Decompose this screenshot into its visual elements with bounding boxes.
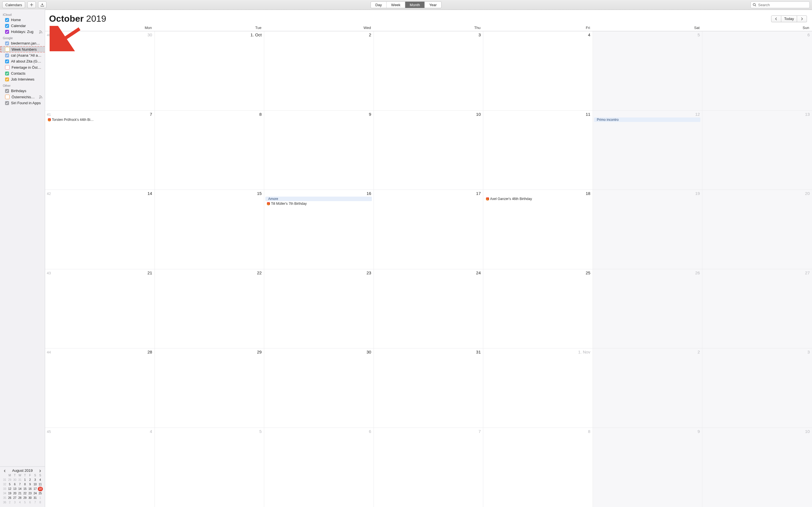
view-tab-year[interactable]: Year [424,2,441,8]
sidebar-calendar-item[interactable]: Contacts [0,70,45,76]
day-cell[interactable]: 1. Oct [155,31,264,110]
day-cell[interactable]: 20 [702,190,812,269]
mini-day[interactable]: 29 [22,496,28,500]
day-cell[interactable]: 18🎁Axel Ganzer's 46th Birthday [483,190,593,269]
mini-day[interactable]: 25 [38,491,43,496]
day-cell[interactable]: 445 [45,428,155,507]
mini-day[interactable]: 31 [33,496,38,500]
calendar-checkbox[interactable] [5,18,9,22]
calendar-checkbox[interactable] [5,47,10,52]
sidebar-calendar-item[interactable]: Week Numbers [0,46,45,52]
calendars-button[interactable]: Calendars [2,1,25,8]
mini-day[interactable]: 26 [7,496,12,500]
mini-day[interactable]: 16 [28,487,33,491]
sidebar-calendar-item[interactable]: Holidays: Zug [0,29,45,35]
mini-day[interactable]: 8 [22,482,28,487]
mini-day[interactable]: 8 [38,500,43,505]
mini-day[interactable]: 3 [33,478,38,482]
day-cell[interactable]: 5 [155,428,264,507]
mini-day[interactable]: 31 [17,478,22,482]
birthday-event[interactable]: 🎁Torsten Pröfrock's 44th Bi… [46,117,153,122]
next-month-button[interactable] [797,15,807,22]
calendar-checkbox[interactable] [5,77,9,81]
day-cell[interactable]: 30 [264,348,374,428]
day-cell[interactable]: 2 [593,348,703,428]
mini-day[interactable]: 1 [22,478,28,482]
day-cell[interactable]: 6 [702,31,812,110]
day-cell[interactable]: 7 [374,428,484,507]
sidebar-calendar-item[interactable]: cal (Asana "All a… [0,52,45,58]
day-cell[interactable]: 19 [593,190,703,269]
sidebar-calendar-item[interactable]: biedermann.jan… [0,40,45,46]
mini-day[interactable]: 10 [33,482,38,487]
mini-day[interactable]: 23 [28,491,33,496]
day-cell[interactable]: 23 [264,269,374,348]
calendar-checkbox[interactable] [5,24,9,28]
sidebar-calendar-item[interactable]: Home [0,17,45,23]
mini-day[interactable]: 6 [28,500,33,505]
day-cell[interactable]: 11 [483,111,593,190]
add-button[interactable] [28,1,36,8]
day-cell[interactable]: 25 [483,269,593,348]
mini-day[interactable]: 1 [38,496,43,500]
mini-day[interactable]: 3 [12,500,17,505]
mini-day[interactable]: 14 [17,487,22,491]
sidebar-calendar-item[interactable]: Feiertage in Öst… [0,64,45,70]
search-field[interactable] [751,1,810,8]
sidebar-calendar-item[interactable]: Birthdays [0,88,45,94]
mini-day[interactable]: 21 [17,491,22,496]
mini-day[interactable]: 27 [12,496,17,500]
mini-day[interactable]: 4 [38,478,43,482]
sidebar-calendar-item[interactable]: Calendar [0,23,45,29]
day-cell[interactable]: 27 [702,269,812,348]
day-cell[interactable]: 741🎁Torsten Pröfrock's 44th Bi… [45,111,155,190]
mini-day[interactable]: 12 [7,487,12,491]
calendar-checkbox[interactable] [5,101,9,105]
day-cell[interactable]: 3 [374,31,484,110]
day-cell[interactable]: 8 [155,111,264,190]
calendar-checkbox[interactable] [5,65,10,69]
mini-day[interactable]: 11 [38,482,43,487]
mini-day[interactable]: 30 [12,478,17,482]
day-cell[interactable]: 3 [702,348,812,428]
mini-day[interactable]: 22 [22,491,28,496]
day-cell[interactable]: 17 [374,190,484,269]
mini-day[interactable]: 15 [22,487,28,491]
day-cell[interactable]: 16Amore🎁Till Müller's 7th Birthday [264,190,374,269]
day-cell[interactable]: 2143 [45,269,155,348]
calendar-checkbox[interactable] [5,41,9,45]
mini-day[interactable]: 13 [12,487,17,491]
mini-day[interactable]: 18 [38,487,43,491]
day-cell[interactable]: 5 [593,31,703,110]
mini-day[interactable]: 24 [33,491,38,496]
day-cell[interactable]: 10 [374,111,484,190]
mini-next-button[interactable] [38,468,43,473]
day-cell[interactable]: 29 [155,348,264,428]
mini-day[interactable]: 5 [22,500,28,505]
mini-day[interactable]: 7 [33,500,38,505]
today-button[interactable]: Today [781,15,797,22]
mini-prev-button[interactable] [2,468,7,473]
mini-day[interactable]: 9 [28,482,33,487]
day-cell[interactable]: 2844 [45,348,155,428]
mini-day[interactable]: 6 [12,482,17,487]
calendar-checkbox[interactable] [5,59,9,63]
mini-day[interactable]: 5 [7,482,12,487]
mini-day[interactable]: 19 [7,491,12,496]
day-cell[interactable]: 9 [593,428,703,507]
sidebar-calendar-item[interactable]: All about Zita (G… [0,58,45,64]
sidebar-calendar-item[interactable]: Österreichis… [0,94,45,100]
day-cell[interactable]: 22 [155,269,264,348]
mini-day[interactable]: 28 [17,496,22,500]
calendar-checkbox[interactable] [5,89,9,93]
day-cell[interactable]: 1442 [45,190,155,269]
inbox-button[interactable] [38,1,47,8]
day-cell[interactable]: 31 [374,348,484,428]
mini-day[interactable]: 29 [7,478,12,482]
prev-month-button[interactable] [771,15,781,22]
day-cell[interactable]: 8 [483,428,593,507]
calendar-checkbox[interactable] [5,71,9,75]
view-tab-month[interactable]: Month [405,2,424,8]
view-tab-day[interactable]: Day [371,2,387,8]
day-cell[interactable]: 3040 [45,31,155,110]
